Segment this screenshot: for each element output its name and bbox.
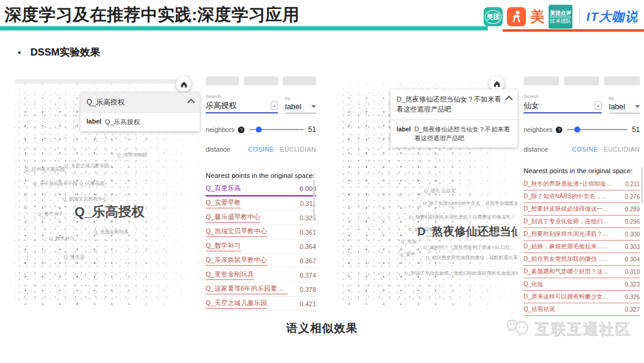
selected-point-header[interactable]: Q_乐高授权 bbox=[80, 93, 200, 112]
nearest-point-row[interactable]: D_原来这样可以拥有粉嫩少女唇！0.326 bbox=[524, 291, 640, 303]
row-distance: 0.296 bbox=[625, 219, 640, 225]
scatter-point-label[interactable]: Q_化妆 bbox=[401, 238, 417, 245]
row-label: D_秋冬的养肤底妆液~让你卸妆后一... bbox=[524, 180, 613, 188]
row-label: Q_数学补习 bbox=[206, 241, 241, 251]
nearest-point-row[interactable]: D_想要时刻保持水润光泽肌？你需...0.300 bbox=[524, 228, 640, 241]
scatter-point-label[interactable]: Q_美甲 bbox=[400, 251, 416, 258]
section-heading: DSSM实验效果 bbox=[30, 45, 100, 59]
tab-pill[interactable] bbox=[283, 76, 316, 85]
nearest-point-row[interactable]: Q_天空之城儿童乐园0.421 bbox=[206, 297, 316, 311]
neighbors-slider[interactable] bbox=[567, 129, 627, 130]
nearest-point-row[interactable]: D_除了知道NARS的中文名，还想学...0.276 bbox=[524, 190, 640, 203]
chevron-up-icon[interactable] bbox=[505, 96, 513, 103]
row-distance: 0.421 bbox=[299, 300, 316, 307]
scatter-point-label[interactable]: D_想要时刻保持水润光泽肌？你需要这些保湿乳！ bbox=[409, 214, 515, 220]
label-field-row[interactable]: label D_熬夜修仙还想当仙女？不如来看看这些遮瑕产品吧 bbox=[391, 120, 518, 147]
tab-pill[interactable] bbox=[244, 76, 277, 85]
home-icon bbox=[493, 80, 501, 88]
home-button[interactable] bbox=[176, 76, 191, 92]
search-options-icon[interactable]: ▴ bbox=[595, 101, 602, 110]
scatter-point-label[interactable]: Q_慢生活 bbox=[64, 254, 85, 260]
help-icon[interactable]: ? bbox=[238, 127, 244, 133]
chevron-down-icon bbox=[635, 105, 640, 108]
chevron-down-icon bbox=[311, 105, 316, 108]
search-input[interactable]: 乐高授权 ▴ bbox=[206, 100, 278, 113]
row-distance: 0.303 bbox=[625, 244, 640, 250]
nearest-point-row[interactable]: D_姑娘，麻烦把眉毛捡起来...引起别...0.303 bbox=[524, 241, 640, 253]
nearest-point-row[interactable]: Q_这家要等6年的乐园要与迪士尼一...0.378 bbox=[206, 282, 316, 297]
nearest-point-row[interactable]: Q_馨乐盛早教中心0.325 bbox=[206, 211, 316, 225]
neighbors-label: neighbors bbox=[206, 126, 234, 133]
help-icon[interactable]: ? bbox=[556, 127, 562, 133]
scatter-point-label[interactable]: Q_变形金刚玩具 bbox=[94, 229, 129, 235]
search-options-icon[interactable]: ▴ bbox=[271, 101, 278, 110]
neighbors-value: 51 bbox=[308, 125, 316, 134]
scatter-point-label[interactable]: D_除了知道NARS的中文名，还想学会烟熏妆…… bbox=[423, 200, 518, 207]
list-scrollbar[interactable] bbox=[641, 167, 643, 203]
distance-cosine-toggle[interactable]: COSINE bbox=[572, 146, 597, 153]
row-label: Q_天空之城儿童乐园 bbox=[206, 299, 267, 309]
nearest-point-row[interactable]: D_别说了专业化妆师，连他们列...0.296 bbox=[524, 216, 640, 228]
slider-thumb[interactable] bbox=[256, 127, 262, 133]
search-input[interactable]: 仙女 ▴ bbox=[524, 100, 602, 113]
scatter-point-label[interactable]: Q_眉毛 比基尼 bbox=[424, 187, 456, 194]
tab-pill[interactable] bbox=[206, 76, 239, 85]
scatter-point-label[interactable]: D_别说了专业化妆师，连他们列出最好用的化妆品清单 bbox=[404, 270, 518, 276]
search-value: 乐高授权 bbox=[206, 100, 237, 111]
nearest-point-row[interactable]: Q_百变乐高0.000 bbox=[206, 182, 316, 196]
nearest-point-row[interactable]: D_前任男友突然加我的微信，就默...0.304 bbox=[524, 253, 640, 266]
distance-cosine-toggle[interactable]: COSINE bbox=[248, 146, 274, 153]
distance-euclidean-toggle[interactable]: EUCLIDIAN bbox=[280, 146, 316, 153]
scatter-point-label[interactable]: Q_餐厅亲子 bbox=[38, 211, 63, 217]
neighbors-label: neighbors bbox=[524, 126, 552, 133]
nearest-point-row[interactable]: Q_实爱早教0.311 bbox=[206, 196, 316, 211]
nearest-point-row[interactable]: Q_祛瑕祛斑0.327 bbox=[524, 303, 640, 316]
distance-label: distance bbox=[524, 146, 566, 153]
nearest-point-row[interactable]: Q_变形金刚玩具0.374 bbox=[206, 268, 316, 282]
team-badge-line1: 美团点评 bbox=[550, 10, 571, 17]
nearest-point-row[interactable]: D_素颜霜和气垫哪个好用？这几个误...0.310 bbox=[524, 266, 640, 278]
chevron-up-icon[interactable] bbox=[187, 99, 195, 106]
it-dakashuo-logo: IT大咖说 bbox=[586, 8, 638, 25]
tab-pill[interactable] bbox=[564, 76, 600, 85]
distance-euclidean-toggle[interactable]: EUCLIDIAN bbox=[603, 146, 640, 153]
by-select[interactable]: label bbox=[285, 102, 316, 113]
scatter-point-label[interactable]: Q_儿童乐园 bbox=[79, 180, 105, 187]
nearest-point-row[interactable]: Q_化妆0.323 bbox=[524, 278, 640, 291]
team-badge-line2: 技术团队 bbox=[550, 18, 571, 24]
label-field-name: label bbox=[86, 118, 101, 127]
row-distance: 0.364 bbox=[299, 243, 316, 250]
scatter-point-label[interactable]: Q_亲子游乐园亲子园 bbox=[33, 180, 78, 187]
watermark-text: 互联互通社区 bbox=[534, 319, 631, 339]
selected-point-label-large[interactable]: D_熬夜修仙还想当仙女？ bbox=[417, 224, 518, 239]
home-icon bbox=[180, 81, 188, 88]
tab-pill[interactable] bbox=[524, 76, 559, 85]
nearest-point-row[interactable]: D_秋冬的养肤底妆液~让你卸妆后一...0.211 bbox=[524, 178, 640, 190]
scatter-point-label[interactable]: Q_苏州黑天鹅乐园 bbox=[25, 166, 65, 173]
row-label: Q_百变乐高 bbox=[206, 184, 241, 193]
row-label: Q_变形金刚玩具 bbox=[206, 270, 254, 280]
row-distance: 0.326 bbox=[625, 294, 640, 300]
scatter-point-label[interactable]: Q_数学补习 bbox=[49, 235, 75, 242]
scatter-point-label[interactable]: D_真的吗？！我竟然抢到了限量YSL口红… bbox=[423, 244, 515, 251]
nearest-point-row[interactable]: Q_数学补习0.364 bbox=[206, 239, 316, 254]
meituan-logo-text: 美团 bbox=[485, 10, 501, 24]
projector-panel-left: Q_海滨动物园 Q_苏州黑天鹅乐园 Q_天空之城儿童乐园 Q_亲子游乐园亲子园 … bbox=[15, 75, 316, 304]
row-label: D_别说了专业化妆师，连他们列... bbox=[524, 217, 613, 226]
nearest-point-row[interactable]: Q_亲亲袋鼠早教中心0.367 bbox=[206, 254, 316, 268]
scatter-point-label[interactable]: Q_海滨动物园 bbox=[117, 152, 147, 158]
selected-point-label-large[interactable]: Q_乐高授权 bbox=[75, 203, 144, 221]
selected-point-title: D_熬夜修仙还想当仙女？不如来看看这些遮瑕产品吧 bbox=[397, 94, 503, 115]
nearest-point-row[interactable]: Q_凯瑞宝贝早教中心0.361 bbox=[206, 225, 316, 239]
scatter-point-label[interactable]: D_前任男友突然加我的微信，就默默退出来了！ bbox=[426, 254, 518, 261]
label-field-row[interactable]: label Q_乐高授权 bbox=[80, 113, 200, 131]
slider-thumb[interactable] bbox=[574, 127, 580, 133]
tab-pill[interactable] bbox=[604, 76, 640, 85]
selected-point-header[interactable]: D_熬夜修仙还想当仙女？不如来看看这些遮瑕产品吧 bbox=[391, 90, 518, 119]
neighbors-slider[interactable] bbox=[249, 129, 303, 130]
nearest-point-row[interactable]: D_想要好皮肤就必须得做这一步！0.289 bbox=[524, 203, 640, 216]
scatter-point-label[interactable]: Q_凯瑞宝贝早教中心 bbox=[63, 196, 107, 202]
scatter-point-label[interactable]: Q_天空之城儿童乐园 bbox=[64, 162, 109, 169]
by-select[interactable]: label bbox=[609, 102, 640, 113]
list-scrollbar[interactable] bbox=[313, 179, 315, 221]
